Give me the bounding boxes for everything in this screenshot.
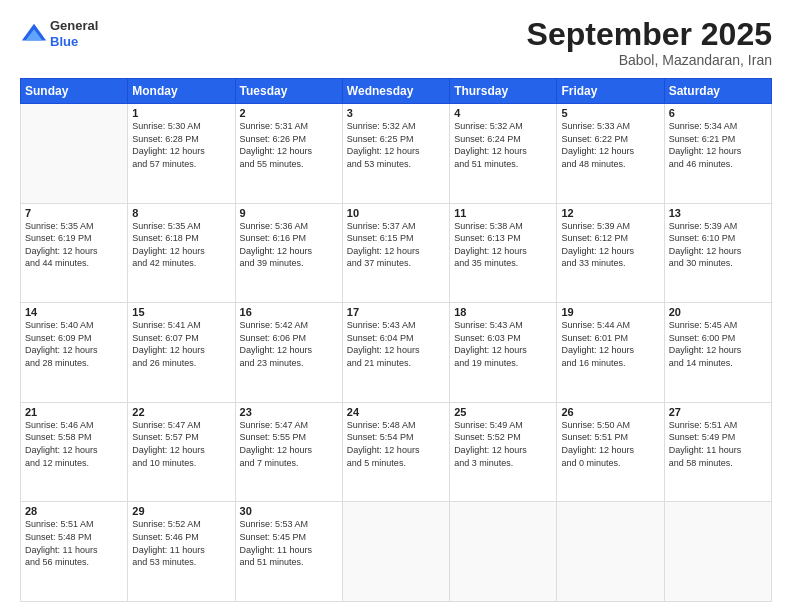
day-info: Sunrise: 5:30 AM Sunset: 6:28 PM Dayligh… (132, 120, 230, 170)
day-info: Sunrise: 5:43 AM Sunset: 6:03 PM Dayligh… (454, 319, 552, 369)
calendar-cell (21, 104, 128, 204)
day-number: 2 (240, 107, 338, 119)
calendar-week-4: 21Sunrise: 5:46 AM Sunset: 5:58 PM Dayli… (21, 402, 772, 502)
day-number: 10 (347, 207, 445, 219)
calendar-cell: 21Sunrise: 5:46 AM Sunset: 5:58 PM Dayli… (21, 402, 128, 502)
day-info: Sunrise: 5:36 AM Sunset: 6:16 PM Dayligh… (240, 220, 338, 270)
day-number: 26 (561, 406, 659, 418)
calendar-cell: 24Sunrise: 5:48 AM Sunset: 5:54 PM Dayli… (342, 402, 449, 502)
calendar-cell: 16Sunrise: 5:42 AM Sunset: 6:06 PM Dayli… (235, 303, 342, 403)
calendar-cell (664, 502, 771, 602)
day-number: 23 (240, 406, 338, 418)
calendar-cell: 1Sunrise: 5:30 AM Sunset: 6:28 PM Daylig… (128, 104, 235, 204)
calendar-table: SundayMondayTuesdayWednesdayThursdayFrid… (20, 78, 772, 602)
day-info: Sunrise: 5:39 AM Sunset: 6:12 PM Dayligh… (561, 220, 659, 270)
day-number: 16 (240, 306, 338, 318)
month-title: September 2025 (527, 18, 772, 50)
col-header-tuesday: Tuesday (235, 79, 342, 104)
day-number: 17 (347, 306, 445, 318)
calendar-cell: 27Sunrise: 5:51 AM Sunset: 5:49 PM Dayli… (664, 402, 771, 502)
day-number: 6 (669, 107, 767, 119)
calendar-cell: 6Sunrise: 5:34 AM Sunset: 6:21 PM Daylig… (664, 104, 771, 204)
day-number: 13 (669, 207, 767, 219)
day-number: 7 (25, 207, 123, 219)
logo-blue: Blue (50, 34, 98, 50)
day-number: 27 (669, 406, 767, 418)
calendar-cell: 18Sunrise: 5:43 AM Sunset: 6:03 PM Dayli… (450, 303, 557, 403)
day-info: Sunrise: 5:38 AM Sunset: 6:13 PM Dayligh… (454, 220, 552, 270)
calendar-week-5: 28Sunrise: 5:51 AM Sunset: 5:48 PM Dayli… (21, 502, 772, 602)
day-number: 8 (132, 207, 230, 219)
calendar-cell: 19Sunrise: 5:44 AM Sunset: 6:01 PM Dayli… (557, 303, 664, 403)
calendar-cell: 22Sunrise: 5:47 AM Sunset: 5:57 PM Dayli… (128, 402, 235, 502)
day-number: 14 (25, 306, 123, 318)
calendar-cell: 12Sunrise: 5:39 AM Sunset: 6:12 PM Dayli… (557, 203, 664, 303)
day-info: Sunrise: 5:43 AM Sunset: 6:04 PM Dayligh… (347, 319, 445, 369)
calendar-cell: 20Sunrise: 5:45 AM Sunset: 6:00 PM Dayli… (664, 303, 771, 403)
calendar-cell: 23Sunrise: 5:47 AM Sunset: 5:55 PM Dayli… (235, 402, 342, 502)
calendar-cell (342, 502, 449, 602)
day-info: Sunrise: 5:35 AM Sunset: 6:18 PM Dayligh… (132, 220, 230, 270)
day-info: Sunrise: 5:31 AM Sunset: 6:26 PM Dayligh… (240, 120, 338, 170)
day-info: Sunrise: 5:45 AM Sunset: 6:00 PM Dayligh… (669, 319, 767, 369)
day-number: 21 (25, 406, 123, 418)
col-header-saturday: Saturday (664, 79, 771, 104)
calendar-cell: 9Sunrise: 5:36 AM Sunset: 6:16 PM Daylig… (235, 203, 342, 303)
calendar-cell (557, 502, 664, 602)
calendar-cell: 11Sunrise: 5:38 AM Sunset: 6:13 PM Dayli… (450, 203, 557, 303)
calendar-cell: 14Sunrise: 5:40 AM Sunset: 6:09 PM Dayli… (21, 303, 128, 403)
calendar-cell: 25Sunrise: 5:49 AM Sunset: 5:52 PM Dayli… (450, 402, 557, 502)
col-header-friday: Friday (557, 79, 664, 104)
calendar-cell: 7Sunrise: 5:35 AM Sunset: 6:19 PM Daylig… (21, 203, 128, 303)
day-number: 25 (454, 406, 552, 418)
calendar-week-1: 1Sunrise: 5:30 AM Sunset: 6:28 PM Daylig… (21, 104, 772, 204)
day-number: 12 (561, 207, 659, 219)
day-number: 22 (132, 406, 230, 418)
logo: General Blue (20, 18, 98, 49)
day-info: Sunrise: 5:37 AM Sunset: 6:15 PM Dayligh… (347, 220, 445, 270)
day-info: Sunrise: 5:46 AM Sunset: 5:58 PM Dayligh… (25, 419, 123, 469)
day-info: Sunrise: 5:41 AM Sunset: 6:07 PM Dayligh… (132, 319, 230, 369)
day-info: Sunrise: 5:44 AM Sunset: 6:01 PM Dayligh… (561, 319, 659, 369)
day-info: Sunrise: 5:42 AM Sunset: 6:06 PM Dayligh… (240, 319, 338, 369)
day-number: 9 (240, 207, 338, 219)
logo-text: General Blue (50, 18, 98, 49)
day-info: Sunrise: 5:48 AM Sunset: 5:54 PM Dayligh… (347, 419, 445, 469)
day-number: 5 (561, 107, 659, 119)
calendar-cell: 30Sunrise: 5:53 AM Sunset: 5:45 PM Dayli… (235, 502, 342, 602)
col-header-sunday: Sunday (21, 79, 128, 104)
day-number: 28 (25, 505, 123, 517)
day-number: 15 (132, 306, 230, 318)
calendar-cell: 3Sunrise: 5:32 AM Sunset: 6:25 PM Daylig… (342, 104, 449, 204)
day-info: Sunrise: 5:47 AM Sunset: 5:55 PM Dayligh… (240, 419, 338, 469)
calendar-cell: 10Sunrise: 5:37 AM Sunset: 6:15 PM Dayli… (342, 203, 449, 303)
logo-icon (20, 20, 48, 48)
calendar-cell: 8Sunrise: 5:35 AM Sunset: 6:18 PM Daylig… (128, 203, 235, 303)
day-number: 30 (240, 505, 338, 517)
day-number: 24 (347, 406, 445, 418)
day-info: Sunrise: 5:39 AM Sunset: 6:10 PM Dayligh… (669, 220, 767, 270)
day-info: Sunrise: 5:47 AM Sunset: 5:57 PM Dayligh… (132, 419, 230, 469)
day-number: 18 (454, 306, 552, 318)
day-info: Sunrise: 5:40 AM Sunset: 6:09 PM Dayligh… (25, 319, 123, 369)
calendar-cell: 15Sunrise: 5:41 AM Sunset: 6:07 PM Dayli… (128, 303, 235, 403)
calendar-cell: 4Sunrise: 5:32 AM Sunset: 6:24 PM Daylig… (450, 104, 557, 204)
logo-general: General (50, 18, 98, 34)
header: General Blue September 2025 Babol, Mazan… (20, 18, 772, 68)
calendar-cell: 29Sunrise: 5:52 AM Sunset: 5:46 PM Dayli… (128, 502, 235, 602)
title-block: September 2025 Babol, Mazandaran, Iran (527, 18, 772, 68)
calendar-cell (450, 502, 557, 602)
day-number: 4 (454, 107, 552, 119)
calendar-cell: 13Sunrise: 5:39 AM Sunset: 6:10 PM Dayli… (664, 203, 771, 303)
day-info: Sunrise: 5:53 AM Sunset: 5:45 PM Dayligh… (240, 518, 338, 568)
col-header-thursday: Thursday (450, 79, 557, 104)
day-info: Sunrise: 5:33 AM Sunset: 6:22 PM Dayligh… (561, 120, 659, 170)
day-info: Sunrise: 5:51 AM Sunset: 5:48 PM Dayligh… (25, 518, 123, 568)
day-number: 20 (669, 306, 767, 318)
page: General Blue September 2025 Babol, Mazan… (0, 0, 792, 612)
day-info: Sunrise: 5:52 AM Sunset: 5:46 PM Dayligh… (132, 518, 230, 568)
calendar-week-2: 7Sunrise: 5:35 AM Sunset: 6:19 PM Daylig… (21, 203, 772, 303)
day-info: Sunrise: 5:50 AM Sunset: 5:51 PM Dayligh… (561, 419, 659, 469)
day-number: 3 (347, 107, 445, 119)
day-info: Sunrise: 5:32 AM Sunset: 6:24 PM Dayligh… (454, 120, 552, 170)
